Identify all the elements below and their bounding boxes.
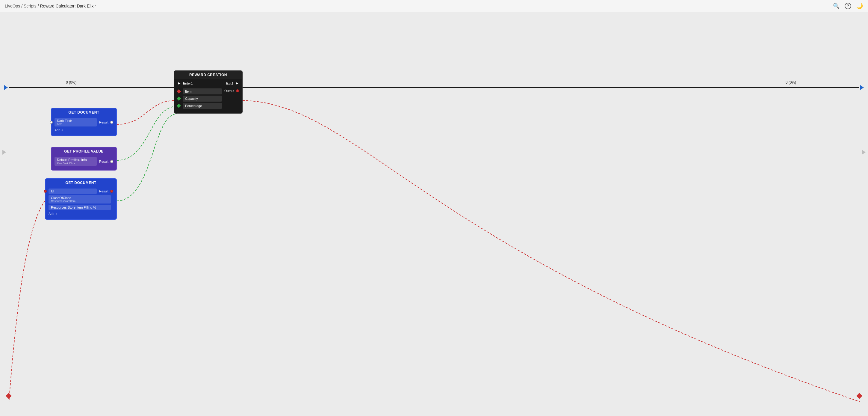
exit-port-row: Exit1 ►	[226, 81, 239, 85]
breadcrumb-liveops[interactable]: LiveOps	[5, 4, 20, 8]
get-doc2-collection: ClashOfClans ResourcesStoreItem	[49, 195, 111, 204]
get-document-1-node[interactable]: GET DOCUMENT Dark Elixir Item Result Add…	[51, 108, 117, 136]
header: LiveOps / Scripts / Reward Calculator: D…	[0, 0, 868, 12]
reward-creation-title: REWARD CREATION	[174, 71, 242, 79]
get-doc2-query: Resources Store Item Filling %	[49, 205, 111, 210]
get-document-2-title: GET DOCUMENT	[45, 179, 116, 187]
capacity-field: Capacity	[183, 96, 222, 101]
search-icon[interactable]: 🔍	[833, 2, 840, 9]
percentage-field: Percentage	[183, 103, 222, 109]
breadcrumb-scripts[interactable]: Scripts	[24, 4, 36, 8]
get-profile-result-label: Result	[99, 160, 108, 164]
theme-icon[interactable]: 🌙	[856, 2, 863, 9]
get-doc1-result-port	[110, 121, 113, 124]
get-profile-title: GET PROFILE VALUE	[52, 147, 116, 155]
capacity-port	[177, 96, 181, 101]
flow-branch-left	[2, 150, 6, 155]
get-doc1-add[interactable]: Add +	[55, 128, 113, 132]
connections-svg	[0, 12, 868, 416]
flow-start-left	[4, 85, 8, 90]
get-doc1-result-label: Result	[99, 120, 108, 124]
get-doc1-left-port	[50, 121, 53, 124]
get-doc2-id-port	[44, 190, 47, 193]
item-port	[177, 89, 181, 93]
bottom-right-diamond	[857, 394, 861, 398]
output-port	[236, 89, 239, 92]
help-icon[interactable]: ?	[845, 3, 851, 9]
enter-port-row: ► Enter1	[177, 81, 193, 85]
header-icons: 🔍 ? 🌙	[833, 2, 863, 9]
get-profile-result-port	[110, 160, 113, 163]
breadcrumb: LiveOps / Scripts / Reward Calculator: D…	[5, 4, 96, 8]
breadcrumb-current: Reward Calculator: Dark Elixir	[40, 4, 96, 8]
get-profile-field: Default Profile ▸ Info Max Dark Elixir	[55, 157, 97, 166]
get-profile-node[interactable]: GET PROFILE VALUE Default Profile ▸ Info…	[51, 147, 117, 171]
flow-label-left: 0 (0%)	[66, 80, 76, 85]
exit-label: Exit1	[226, 82, 233, 85]
flow-end-right	[860, 85, 864, 90]
percentage-port	[177, 104, 181, 108]
reward-creation-node[interactable]: REWARD CREATION ► Enter1 Exit1 ► Item	[174, 70, 243, 114]
get-doc2-result-label: Result	[99, 189, 108, 193]
reward-item-row: Item	[177, 88, 222, 94]
get-doc2-add[interactable]: Add +	[49, 211, 113, 216]
enter-label: Enter1	[183, 82, 193, 85]
output-label: Output	[224, 89, 234, 93]
get-document-2-node[interactable]: GET DOCUMENT Id Result ClashOfClans Reso…	[45, 178, 117, 220]
get-doc2-result-port	[110, 190, 113, 193]
flow-branch-right	[862, 150, 866, 155]
flow-label-right: 0 (0%)	[786, 80, 796, 85]
get-doc1-field: Dark Elixir Item	[55, 118, 97, 126]
canvas: 0 (0%) 0 (0%) GET DOCUMENT Dark Elixir I…	[0, 12, 868, 416]
get-doc2-id-field: Id	[49, 188, 97, 194]
item-field: Item	[183, 88, 222, 94]
reward-capacity-row: Capacity	[177, 96, 222, 101]
reward-percentage-row: Percentage	[177, 103, 222, 109]
get-document-1-title: GET DOCUMENT	[52, 109, 116, 116]
bottom-left-diamond	[7, 394, 11, 398]
reward-output-row: Output	[222, 88, 239, 93]
